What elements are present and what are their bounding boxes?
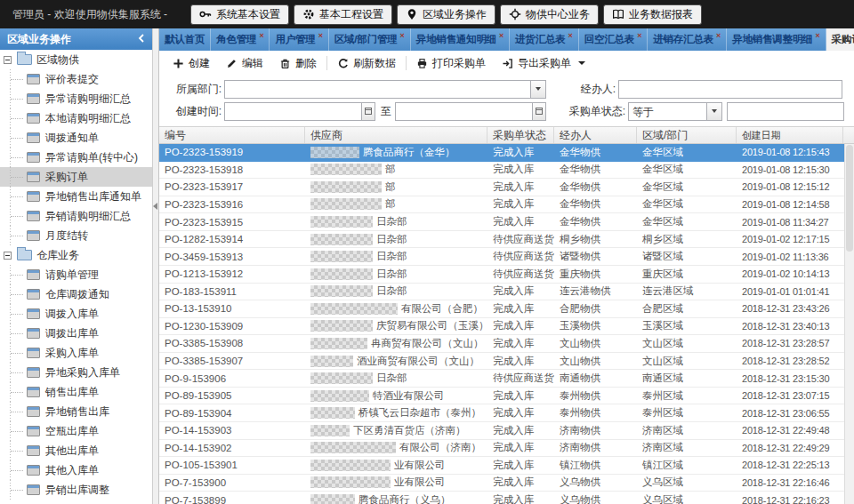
tree-node[interactable]: 采购入库单: [0, 343, 152, 363]
tree-node[interactable]: 仓库调拨通知: [0, 284, 152, 304]
scrollbar-thumb[interactable]: [846, 145, 853, 252]
status-value-input[interactable]: [728, 103, 843, 120]
tree-node[interactable]: 仓库业务: [0, 245, 152, 265]
tree-node[interactable]: 异销请购明细汇总: [0, 206, 152, 226]
table-row[interactable]: PO-3385-153907 酒业商贸有限公司（文山） 完成入库 文山物供 文山…: [159, 353, 854, 371]
table-row[interactable]: PO-7-153899 腾食品商行（义乌） 完成入库 义乌物供 义乌区域 201…: [159, 492, 854, 504]
create-button[interactable]: 创建: [165, 52, 218, 74]
table-row[interactable]: PO-14-153902 有限公司（济南） 完成入库 济南物供 济南区域 201…: [159, 440, 854, 458]
refresh-button[interactable]: 刷新数据: [329, 52, 404, 74]
table-row[interactable]: PO-2323-153917 部 完成入库 金华物供 金华区域 2019-01-…: [159, 179, 854, 196]
menu-system-settings-button[interactable]: 系统基本设置: [190, 4, 289, 25]
tab-close-icon[interactable]: ×: [259, 31, 263, 40]
table-row[interactable]: PO-183-153911 日杂部 完成入库 连云港物供 连云港区域 2019-…: [159, 284, 854, 301]
document-icon: [27, 328, 40, 339]
calendar-icon[interactable]: [532, 103, 545, 120]
table-row[interactable]: PO-2323-153919 腾食品商行（金华） 完成入库 金华物供 金华区域 …: [159, 144, 854, 162]
delete-button[interactable]: 删除: [271, 52, 325, 74]
tree-node[interactable]: 异地销售出库: [0, 402, 152, 421]
column-header-created[interactable]: 创建日期: [737, 127, 843, 143]
tree-node[interactable]: 其他出库单: [0, 441, 152, 460]
menu-engineering-settings-button[interactable]: 基本工程设置: [294, 4, 392, 25]
tree-node[interactable]: 异销出库调整: [0, 480, 152, 500]
tab-close-icon[interactable]: ×: [716, 31, 721, 40]
tree-node[interactable]: 月度结转: [0, 226, 152, 245]
column-header-status[interactable]: 采购单状态: [487, 127, 554, 143]
edit-button[interactable]: 编辑: [218, 52, 271, 74]
tree-node[interactable]: 请购单管理: [0, 265, 152, 284]
column-header-region[interactable]: 区域/部门: [637, 127, 737, 143]
table-row[interactable]: PO-13-153910 有限公司（合肥） 完成入库 合肥物供 合肥区域 201…: [159, 300, 854, 318]
table-row[interactable]: PO-105-153901 业有限公司 完成入库 镇江物供 镇江区域 2018-…: [159, 457, 854, 475]
tree-node[interactable]: 其他入库单: [0, 460, 152, 480]
tab-close-icon[interactable]: ×: [816, 31, 820, 40]
column-header-handler[interactable]: 经办人: [554, 127, 637, 143]
table-row[interactable]: PO-2323-153915 日杂部 完成入库 金华物供 金华区域 2019-0…: [159, 213, 854, 231]
splitter-collapse-arrow-icon[interactable]: [153, 203, 157, 210]
department-select[interactable]: [224, 80, 546, 99]
chevron-down-icon[interactable]: [706, 103, 721, 120]
vertical-scrollbar[interactable]: [844, 144, 854, 504]
created-to-input[interactable]: [396, 103, 532, 120]
table-row[interactable]: PO-89-153905 特酒业有限公司 完成入库 泰州物供 泰州区域 2018…: [159, 388, 854, 405]
table-row[interactable]: PO-1230-153909 庆贸易有限公司（玉溪） 完成入库 玉溪物供 玉溪区…: [159, 318, 854, 336]
tab[interactable]: 进销存汇总表 ×: [648, 28, 727, 51]
tree-node[interactable]: 区域物供: [0, 50, 152, 69]
tree-expander-icon[interactable]: [4, 56, 12, 64]
tab[interactable]: 用户管理 ×: [270, 28, 328, 51]
tab[interactable]: 角色管理 ×: [211, 28, 270, 51]
tab[interactable]: 异地销售通知明细 ×: [411, 28, 510, 51]
redacted-blur-block: [310, 494, 355, 504]
tree-node[interactable]: 评价表提交: [0, 69, 152, 89]
tree-node[interactable]: 异地采购入库单: [0, 363, 152, 382]
tab-close-icon[interactable]: ×: [318, 31, 323, 40]
table-row[interactable]: PO-1282-153914 日杂部 待供应商送货 桐乡物供 桐乡区域 2019…: [159, 231, 854, 249]
table-row[interactable]: PO-14-153903 下区勇清百货店（济南） 完成入库 济南物供 济南区域 …: [159, 422, 854, 440]
created-from-input[interactable]: [225, 103, 361, 120]
column-header-supplier[interactable]: 供应商: [305, 127, 487, 143]
tree-node[interactable]: 异常请购单(转中心): [0, 148, 152, 167]
tree-node[interactable]: 采购订单: [0, 167, 152, 187]
tab-close-icon[interactable]: ×: [637, 31, 641, 40]
panel-collapse-icon[interactable]: [138, 33, 145, 45]
export-order-button[interactable]: 导出采购单: [494, 52, 593, 74]
table-row[interactable]: PO-3459-153913 日杂部 待供应商送货 诸暨物供 诸暨区域 2019…: [159, 248, 854, 266]
redacted-blur-block: [310, 147, 359, 158]
tree-expander-icon[interactable]: [4, 252, 12, 260]
tab[interactable]: 采购订单 ×: [826, 28, 854, 51]
tab[interactable]: 默认首页: [159, 28, 211, 51]
tree-node[interactable]: 本地请购明细汇总: [0, 108, 152, 128]
tab[interactable]: 区域/部门管理 ×: [329, 28, 411, 51]
table-row[interactable]: PO-2323-153918 部 完成入库 金华物供 金华区域 2019-01-…: [159, 162, 854, 180]
tab-close-icon[interactable]: ×: [499, 31, 504, 40]
tree-node[interactable]: 异常请购明细汇总: [0, 89, 152, 108]
tab-close-icon[interactable]: ×: [400, 31, 405, 40]
menu-regional-operations-button[interactable]: 区域业务操作: [397, 4, 495, 25]
handler-input[interactable]: [619, 81, 842, 98]
print-order-button[interactable]: 打印采购单: [408, 52, 494, 74]
tree-node[interactable]: 调拨入库单: [0, 304, 152, 324]
tree-node[interactable]: 调拨出库单: [0, 324, 152, 343]
tree-node[interactable]: 调拨通知单: [0, 128, 152, 148]
menu-data-reports-button[interactable]: 业务数据报表: [603, 4, 702, 25]
table-row[interactable]: PO-2323-153916 部 完成入库 金华物供 金华区域 2019-01-…: [159, 196, 854, 214]
redacted-blur-block: [310, 285, 373, 297]
tree-node[interactable]: 空瓶出库单: [0, 421, 152, 441]
tab[interactable]: 回空汇总表 ×: [579, 28, 649, 51]
column-header-order-id[interactable]: 编号: [159, 127, 305, 143]
tree-node[interactable]: 异地销售出库通知单: [0, 187, 152, 206]
calendar-icon[interactable]: [361, 103, 375, 120]
table-row[interactable]: PO-89-153904 桥镇飞云日杂超市（泰州） 完成入库 泰州物供 泰州区域…: [159, 404, 854, 422]
table-row[interactable]: PO-3385-153908 冉商贸有限公司（文山） 完成入库 文山物供 文山区…: [159, 335, 854, 353]
table-row[interactable]: PO-7-153900 业有限公司 完成入库 义乌物供 义乌区域 2018-12…: [159, 475, 854, 492]
status-operator-select[interactable]: 等于: [628, 102, 722, 121]
menu-label: 物供中心业务: [526, 7, 590, 22]
chevron-down-icon[interactable]: [530, 81, 545, 98]
table-row[interactable]: PO-9-153906 日杂部 待供应商送货 南通物供 南通区域 2018-12…: [159, 370, 854, 388]
tab[interactable]: 进货汇总表 ×: [510, 28, 579, 51]
tree-node[interactable]: 销售出库单: [0, 382, 152, 402]
tab-close-icon[interactable]: ×: [568, 31, 573, 40]
tab[interactable]: 异地销售调整明细 ×: [727, 28, 826, 51]
menu-supply-center-button[interactable]: 物供中心业务: [500, 4, 599, 25]
table-row[interactable]: PO-1213-153912 日杂部 待供应商送货 重庆物供 重庆区域 2019…: [159, 266, 854, 284]
